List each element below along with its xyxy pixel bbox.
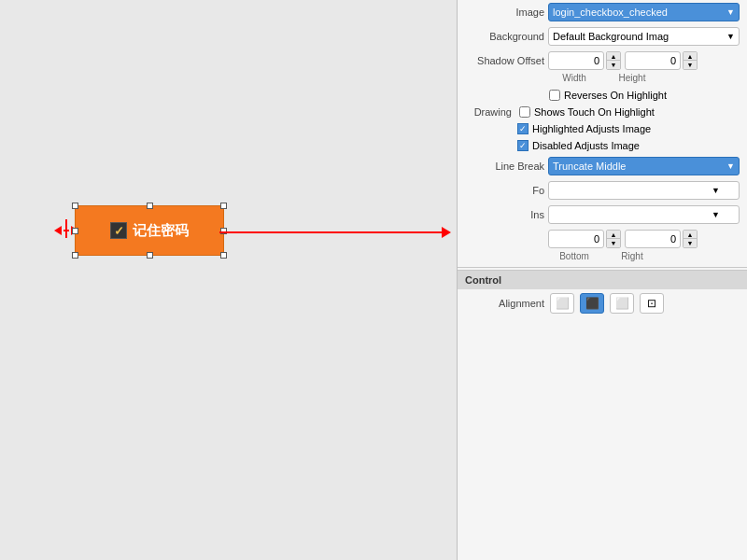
- reverses-label: Reverses On Highlight: [564, 90, 667, 101]
- background-field-row: Background Default Background Imag ▼: [458, 24, 747, 49]
- shadow-sublabels: Width Height: [540, 73, 747, 87]
- disabled-row: ✓ Disabled Adjusts Image: [510, 137, 747, 154]
- shadow-height-stepper[interactable]: ▲ ▼: [683, 51, 698, 70]
- widget-box[interactable]: ✓ 记住密码: [75, 205, 224, 256]
- handle-br[interactable]: [220, 252, 227, 259]
- drawing-label: Drawing: [465, 106, 512, 118]
- height-sublabel: Height: [605, 73, 659, 83]
- handle-ml[interactable]: [72, 228, 78, 234]
- bottom-down[interactable]: ▼: [607, 239, 620, 247]
- highlighted-label: Highlighted Adjusts Image: [532, 123, 651, 134]
- shadow-width-up[interactable]: ▲: [607, 52, 620, 61]
- bottom-group: ▲ ▼: [548, 230, 621, 248]
- shadow-width-stepper[interactable]: ▲ ▼: [606, 51, 621, 70]
- alignment-label: Alignment: [465, 298, 544, 309]
- bottom-stepper[interactable]: ▲ ▼: [606, 230, 621, 248]
- align-left-button[interactable]: ⬜: [550, 293, 574, 314]
- right-up[interactable]: ▲: [684, 231, 697, 239]
- checkbox-icon: ✓: [110, 222, 127, 239]
- font-dropdown[interactable]: ▼: [548, 181, 740, 200]
- highlighted-row: ✓ Highlighted Adjusts Image: [510, 120, 747, 137]
- line-break-row: Line Break Truncate Middle ▼: [458, 154, 747, 178]
- image-field-row: Image login_checkbox_checked ▼: [458, 0, 747, 24]
- alignment-row: Alignment ⬜ ⬛ ⬜ ⊡: [458, 289, 747, 317]
- line-break-value: Truncate Middle: [553, 161, 626, 172]
- bottom-right-sublabels: Bottom Right: [540, 251, 747, 265]
- shadow-width-group: ▲ ▼: [548, 51, 621, 70]
- shadow-height-group: ▲ ▼: [625, 51, 698, 70]
- handle-bl[interactable]: [72, 252, 78, 259]
- bottom-input[interactable]: [548, 230, 604, 248]
- bg-dropdown-arrow: ▼: [726, 32, 735, 41]
- inset-row: Ins ▼: [458, 203, 747, 227]
- inset-dropdown[interactable]: ▼: [548, 205, 740, 224]
- align-fill-button[interactable]: ⊡: [640, 293, 664, 314]
- align-right-button[interactable]: ⬜: [610, 293, 634, 314]
- widget-label: 记住密码: [133, 222, 189, 240]
- right-sublabel: Right: [605, 251, 659, 261]
- shadow-height-input[interactable]: [625, 51, 681, 70]
- width-sublabel: Width: [547, 73, 601, 83]
- shadow-width-input[interactable]: [548, 51, 604, 70]
- background-label: Background: [465, 31, 544, 42]
- bottom-right-row: ▲ ▼ ▲ ▼: [458, 227, 747, 251]
- shadow-offset-row: Shadow Offset ▲ ▼ ▲ ▼: [458, 49, 747, 73]
- image-dropdown-arrow: ▼: [726, 7, 735, 17]
- widget-content: ✓ 记住密码: [110, 222, 189, 240]
- canvas-area: ✓ 记住密码: [0, 0, 458, 560]
- image-value: login_checkbox_checked: [553, 7, 668, 18]
- right-down[interactable]: ▼: [684, 239, 697, 247]
- shadow-width-down[interactable]: ▼: [607, 61, 620, 69]
- disabled-checkbox[interactable]: ✓: [517, 140, 529, 151]
- image-dropdown[interactable]: login_checkbox_checked ▼: [548, 3, 740, 21]
- right-stepper[interactable]: ▲ ▼: [683, 230, 698, 248]
- shows-touch-checkbox[interactable]: [519, 106, 530, 118]
- image-label: Image: [465, 7, 544, 18]
- font-arrow: ▼: [712, 186, 720, 195]
- control-section-header: Control: [458, 270, 747, 289]
- right-input[interactable]: [625, 230, 681, 248]
- reverses-row: Reverses On Highlight: [542, 87, 747, 104]
- line-break-label: Line Break: [465, 161, 544, 172]
- handle-bm[interactable]: [147, 252, 153, 259]
- inset-arrow: ▼: [712, 210, 720, 219]
- handle-tm[interactable]: [147, 203, 153, 209]
- align-center-button[interactable]: ⬛: [580, 293, 604, 314]
- line-break-arrow: ▼: [726, 161, 735, 171]
- reverses-checkbox[interactable]: [549, 90, 560, 101]
- highlighted-checkbox[interactable]: ✓: [517, 123, 529, 134]
- handle-tr[interactable]: [220, 203, 227, 209]
- right-group: ▲ ▼: [625, 230, 698, 248]
- shows-touch-label: Shows Touch On Highlight: [534, 106, 655, 118]
- shadow-height-down[interactable]: ▼: [684, 61, 697, 69]
- panel-content: Image login_checkbox_checked ▼ Backgroun…: [458, 0, 747, 560]
- divider: [458, 267, 747, 268]
- handle-tl[interactable]: [72, 203, 78, 209]
- widget-container[interactable]: ✓ 记住密码: [75, 205, 224, 256]
- disabled-label: Disabled Adjusts Image: [532, 140, 640, 151]
- right-panel: Image login_checkbox_checked ▼ Backgroun…: [458, 0, 747, 560]
- red-arrow: [219, 231, 444, 233]
- font-label: Fo: [465, 185, 544, 196]
- shadow-offset-label: Shadow Offset: [465, 55, 544, 66]
- inset-label: Ins: [465, 209, 544, 220]
- bottom-up[interactable]: ▲: [607, 231, 620, 239]
- font-row: Fo ▼: [458, 178, 747, 203]
- background-value: Default Background Imag: [553, 31, 669, 42]
- drawing-row: Drawing Shows Touch On Highlight: [458, 104, 747, 120]
- shadow-height-up[interactable]: ▲: [684, 52, 697, 61]
- line-break-dropdown[interactable]: Truncate Middle ▼: [548, 157, 740, 175]
- background-dropdown[interactable]: Default Background Imag ▼: [548, 27, 740, 46]
- arrow-left-icon: [54, 226, 62, 235]
- bottom-sublabel: Bottom: [547, 251, 601, 261]
